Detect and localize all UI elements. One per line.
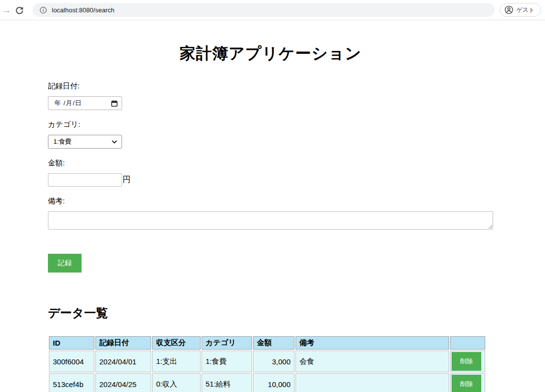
header-record-date: 記録日付 xyxy=(95,336,151,350)
note-group: 備考: xyxy=(48,196,493,232)
cell-category: 51:給料 xyxy=(202,373,252,392)
profile-label: ゲスト xyxy=(516,6,535,14)
cell-id: 300f6004 xyxy=(49,351,94,372)
category-label: カテゴリ: xyxy=(48,120,493,129)
table-row: 513cef4b 2024/04/25 0:収入 51:給料 10,000 削除 xyxy=(49,373,485,392)
refresh-icon xyxy=(15,6,24,14)
table-header-row: ID 記録日付 収支区分 カテゴリ 金額 備考 xyxy=(49,336,485,350)
note-label: 備考: xyxy=(48,196,493,206)
header-category: カテゴリ xyxy=(202,336,252,350)
address-bar[interactable]: localhost:8080/search xyxy=(33,3,495,17)
cell-note xyxy=(295,373,449,392)
date-placeholder: 年 /月/日 xyxy=(54,99,111,108)
cell-actions: 削除 xyxy=(450,351,485,372)
cell-amount: 3,000 xyxy=(253,351,294,372)
cell-record-date: 2024/04/25 xyxy=(95,373,151,392)
record-submit-button[interactable]: 記録 xyxy=(48,254,82,273)
header-income-expense: 収支区分 xyxy=(152,336,201,350)
amount-input[interactable] xyxy=(48,173,122,187)
info-icon xyxy=(40,6,47,14)
cell-id: 513cef4b xyxy=(49,373,94,392)
category-select[interactable]: 1:食費 xyxy=(48,135,122,149)
delete-button[interactable]: 削除 xyxy=(452,375,481,392)
forward-arrow-icon: → xyxy=(2,5,11,15)
header-note: 備考 xyxy=(295,336,449,350)
data-list-heading: データ一覧 xyxy=(48,305,493,321)
table-row: 300f6004 2024/04/01 1:支出 1:食費 3,000 会食 削… xyxy=(49,351,485,372)
calendar-icon xyxy=(111,100,118,107)
cell-income-expense: 0:収入 xyxy=(152,373,201,392)
record-date-label: 記録日付: xyxy=(48,81,493,91)
browser-toolbar: → localhost:8080/search ゲスト xyxy=(0,0,545,20)
cell-income-expense: 1:支出 xyxy=(152,351,201,372)
profile-button[interactable]: ゲスト xyxy=(500,3,541,17)
amount-unit-label: 円 xyxy=(123,175,130,185)
amount-label: 金額: xyxy=(48,158,493,168)
records-table: ID 記録日付 収支区分 カテゴリ 金額 備考 300f6004 2024/04… xyxy=(48,335,486,392)
record-date-group: 記録日付: 年 /月/日 xyxy=(48,81,493,110)
cell-record-date: 2024/04/01 xyxy=(95,351,151,372)
note-textarea[interactable] xyxy=(48,211,493,230)
category-group: カテゴリ: 1:食費 xyxy=(48,120,493,149)
record-date-input[interactable]: 年 /月/日 xyxy=(48,96,122,110)
amount-group: 金額: 円 xyxy=(48,158,493,187)
chevron-down-icon xyxy=(112,140,117,144)
refresh-button[interactable] xyxy=(13,3,26,16)
cell-actions: 削除 xyxy=(450,373,485,392)
person-icon xyxy=(504,5,513,14)
cell-note: 会食 xyxy=(295,351,449,372)
url-text: localhost:8080/search xyxy=(52,6,114,14)
main-content: 家計簿アプリケーション 記録日付: 年 /月/日 カテゴリ: 1:食費 金額: … xyxy=(48,43,493,392)
header-actions xyxy=(450,336,485,350)
page-title: 家計簿アプリケーション xyxy=(48,43,493,65)
delete-button[interactable]: 削除 xyxy=(452,352,481,371)
category-selected-value: 1:食費 xyxy=(53,137,112,146)
forward-button[interactable]: → xyxy=(0,3,13,16)
header-amount: 金額 xyxy=(253,336,294,350)
cell-amount: 10,000 xyxy=(253,373,294,392)
header-id: ID xyxy=(49,336,94,350)
cell-category: 1:食費 xyxy=(202,351,252,372)
